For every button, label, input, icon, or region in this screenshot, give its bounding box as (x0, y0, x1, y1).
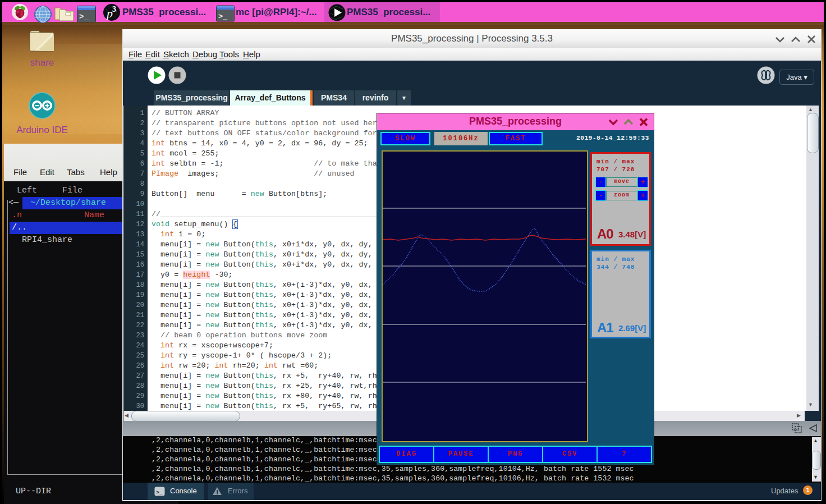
svg-text:>_: >_ (218, 12, 228, 21)
svg-text:3: 3 (112, 5, 116, 13)
svg-text:>_: >_ (79, 12, 89, 21)
svg-text:>_: >_ (156, 489, 163, 496)
